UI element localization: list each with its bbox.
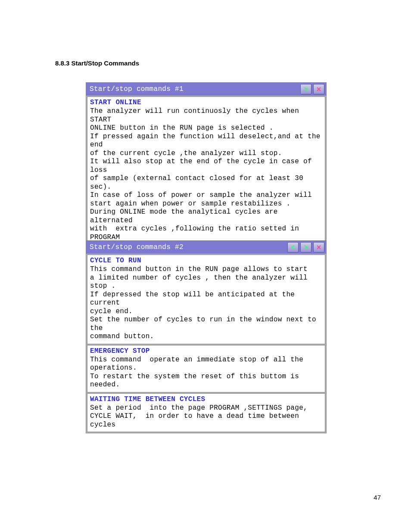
content-block-emergency-stop: EMERGENCY STOP This command operate an i… [87,345,325,392]
next-button[interactable] [300,242,311,252]
chevron-right-icon [304,245,308,249]
close-button[interactable] [313,242,324,252]
close-icon [317,245,321,249]
titlebar-buttons-2 [287,242,324,252]
panel-startstop-2: Start/stop commands #2 [86,240,327,433]
titlebar-buttons-1 [300,84,324,94]
block-body: The analyzer will run continuosly the cy… [90,107,322,250]
page-number: 47 [374,494,381,501]
titlebar-2: Start/stop commands #2 [86,241,326,254]
block-body: This command button in the RUN page allo… [90,265,322,341]
next-button[interactable] [300,84,311,94]
content-block-cycle-to-run: CYCLE TO RUN This command button in the … [87,255,325,344]
section-heading: 8.8.3 Start/Stop Commands [55,59,139,67]
content-block-waiting-time: WAITING TIME BETWEEN CYCLES Set a period… [87,393,325,432]
titlebar-1: Start/stop commands #1 [86,83,326,96]
chevron-right-icon [304,87,308,91]
close-button[interactable] [313,84,324,94]
page: 8.8.3 Start/Stop Commands Start/stop com… [0,0,411,532]
block-body: Set a period into the page PROGRAM ,SETT… [90,404,322,429]
titlebar-title-2: Start/stop commands #2 [90,243,184,251]
block-title: START ONLINE [90,99,322,106]
block-title: CYCLE TO RUN [90,257,322,264]
titlebar-title-1: Start/stop commands #1 [90,85,184,93]
block-title: EMERGENCY STOP [90,347,322,355]
block-body: This command operate an immediate stop o… [90,356,322,389]
block-title: WAITING TIME BETWEEN CYCLES [90,395,322,403]
prev-button[interactable] [287,242,299,252]
close-icon [317,87,321,91]
chevron-left-icon [291,245,295,249]
content-block-start-online: START ONLINE The analyzer will run conti… [87,96,325,253]
